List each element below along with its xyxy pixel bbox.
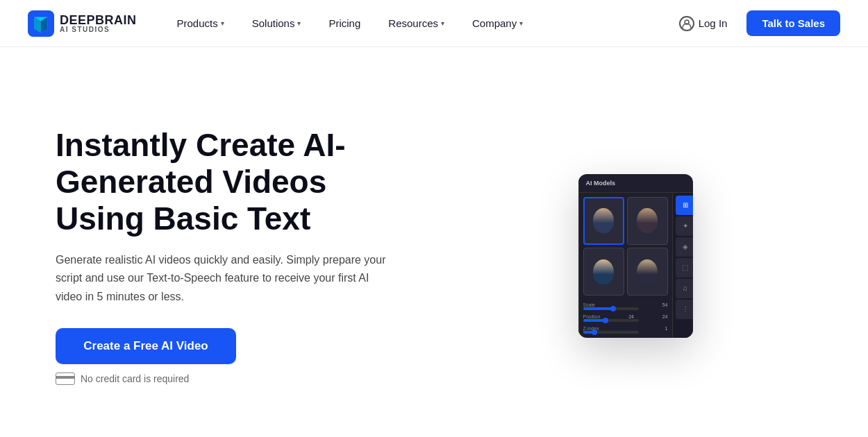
side-icon-buttons: ⊞ ✦ ◈ ⬚ ♫ ⋮ — [672, 193, 693, 339]
product-screenshot: BRAND NAME Lorem ipsum dolor sit a met — [578, 174, 693, 339]
create-video-button[interactable]: Create a Free AI Video — [56, 328, 236, 364]
panel-content: Scale 54 Pos — [579, 193, 693, 339]
logo-deepbrain: DEEPBRAIN — [60, 14, 137, 26]
logo-link[interactable]: DEEPBRAIN AI STUDIOS — [28, 10, 137, 37]
nav-resources-label: Resources — [388, 17, 438, 29]
nav-right: Log In Talk to Sales — [668, 10, 840, 37]
model-thumb-1[interactable] — [583, 197, 624, 245]
credit-card-icon — [56, 372, 75, 385]
model-face-1 — [585, 198, 623, 243]
panel-icon-btn-1[interactable]: ⊞ — [676, 196, 693, 215]
model-thumb-3[interactable] — [583, 248, 624, 295]
nav-products-label: Products — [177, 17, 218, 29]
chevron-down-icon: ▾ — [519, 19, 523, 27]
position-slider-thumb — [603, 318, 608, 323]
scale-row: Scale 54 — [583, 302, 668, 307]
scale-control: Scale 54 — [583, 302, 668, 310]
nav-products[interactable]: Products ▾ — [165, 12, 237, 35]
hero-left: Instantly Create AI-Generated Videos Usi… — [56, 127, 417, 385]
model-face-2 — [628, 198, 667, 244]
no-card-text: No credit card is required — [81, 373, 189, 384]
scale-slider[interactable] — [583, 307, 639, 310]
nav-company-label: Company — [472, 17, 517, 29]
hero-title: Instantly Create AI-Generated Videos Usi… — [56, 127, 417, 237]
panel-icon-btn-5[interactable]: ♫ — [676, 279, 693, 298]
user-icon — [679, 16, 694, 31]
scale-slider-thumb — [610, 306, 616, 311]
nav-solutions-label: Solutions — [252, 17, 295, 29]
z-index-slider-thumb — [592, 329, 597, 335]
pos-x-value: 24 — [628, 314, 634, 319]
no-card-notice: No credit card is required — [56, 372, 417, 385]
face-4 — [637, 259, 658, 284]
model-thumb-4[interactable] — [627, 248, 668, 295]
z-index-control: Z-index 1 — [583, 326, 668, 334]
panel-icon-btn-2[interactable]: ✦ — [676, 216, 693, 236]
scale-slider-fill — [583, 307, 613, 310]
position-label: Position — [583, 314, 601, 319]
chevron-down-icon: ▾ — [441, 19, 444, 27]
chevron-down-icon: ▾ — [297, 19, 301, 27]
panel-header: AI Models — [579, 174, 693, 193]
nav-pricing-label: Pricing — [328, 17, 360, 29]
logo-text: DEEPBRAIN AI STUDIOS — [60, 14, 137, 33]
login-label: Log In — [699, 17, 728, 29]
model-thumb-2[interactable] — [627, 197, 668, 245]
hero-cta-area: Create a Free AI Video No credit card is… — [56, 328, 417, 385]
position-control: Position 24 24 — [583, 314, 668, 322]
hero-section: Instantly Create AI-Generated Videos Usi… — [0, 47, 868, 437]
panel-title: AI Models — [586, 180, 686, 187]
panel-main-row: Scale 54 Pos — [579, 193, 693, 339]
position-slider[interactable] — [583, 319, 639, 322]
model-grid — [583, 197, 668, 296]
hero-description: Generate realistic AI videos quickly and… — [56, 251, 389, 306]
right-panel: AI Models — [578, 174, 693, 339]
model-face-4 — [628, 248, 667, 295]
face-1 — [593, 208, 614, 233]
scale-label: Scale — [583, 302, 596, 307]
scale-value: 54 — [662, 302, 668, 307]
logo-aistudios: AI STUDIOS — [60, 26, 137, 33]
nav-company[interactable]: Company ▾ — [460, 12, 535, 35]
hero-right: BRAND NAME Lorem ipsum dolor sit a met — [458, 174, 812, 339]
panel-icon-btn-4[interactable]: ⬚ — [676, 258, 693, 277]
nav-links: Products ▾ Solutions ▾ Pricing Resources… — [165, 12, 668, 35]
talk-to-sales-button[interactable]: Talk to Sales — [746, 10, 840, 36]
nav-resources[interactable]: Resources ▾ — [376, 12, 457, 35]
z-index-slider[interactable] — [583, 331, 639, 334]
navbar: DEEPBRAIN AI STUDIOS Products ▾ Solution… — [0, 0, 868, 47]
panel-icon-btn-3[interactable]: ◈ — [676, 237, 693, 257]
chevron-down-icon: ▾ — [221, 19, 224, 27]
face-2 — [637, 208, 658, 233]
position-row: Position 24 24 — [583, 314, 668, 319]
nav-solutions[interactable]: Solutions ▾ — [240, 12, 314, 35]
logo-icon — [28, 10, 54, 37]
pos-y-value: 24 — [662, 314, 668, 319]
login-button[interactable]: Log In — [668, 10, 739, 37]
z-index-value: 1 — [665, 326, 668, 331]
nav-pricing[interactable]: Pricing — [316, 12, 373, 35]
panel-body: Scale 54 Pos — [579, 193, 672, 339]
model-face-3 — [584, 248, 624, 295]
panel-icon-btn-6[interactable]: ⋮ — [676, 300, 693, 319]
face-3 — [593, 259, 614, 284]
